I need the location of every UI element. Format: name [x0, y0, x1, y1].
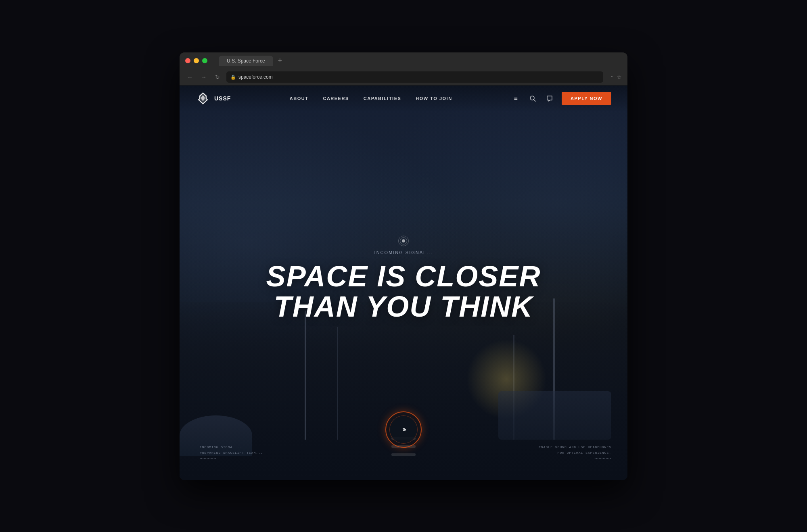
site-logo[interactable]: USSF — [196, 91, 231, 106]
tower-center-left — [337, 327, 338, 440]
hud-right-line1: ENABLE SOUND AND USE HEADPHONES — [539, 444, 611, 450]
apply-now-button[interactable]: APPLY NOW — [562, 92, 611, 105]
back-button[interactable]: ← — [185, 72, 195, 82]
ussf-logo-svg — [197, 92, 209, 104]
hud-right: ENABLE SOUND AND USE HEADPHONES FOR OPTI… — [539, 444, 611, 460]
signal-dot — [402, 239, 405, 242]
hud-left-line2: PREPARING SPACELIFT TEAM... — [200, 450, 263, 456]
new-tab-button[interactable]: + — [275, 56, 285, 66]
site-content: USSF ABOUT CAREERS CAPABILITIES HOW TO J… — [180, 86, 627, 480]
cta-button[interactable]: ››› — [385, 411, 422, 448]
hero-content: INCOMING SIGNAL... SPACE IS CLOSER THAN … — [262, 235, 545, 334]
share-button[interactable]: ↑ — [610, 74, 613, 80]
site-nav: USSF ABOUT CAREERS CAPABILITIES HOW TO J… — [180, 86, 627, 112]
chevrons-icon: ››› — [402, 425, 405, 434]
hud-right-dots: •••••••••••• — [539, 457, 611, 460]
hud-left: INCOMING SIGNAL... PREPARING SPACELIFT T… — [200, 444, 263, 460]
cta-ring-inner: ››› — [389, 415, 418, 444]
maximize-button[interactable] — [202, 58, 207, 63]
menu-bars-icon[interactable]: ≡ — [511, 94, 521, 103]
browser-window: U.S. Space Force + ← → ↻ 🔒 spaceforce.co… — [180, 52, 627, 480]
nav-about[interactable]: ABOUT — [290, 96, 309, 101]
hud-left-dots: •••••••••••• — [200, 457, 263, 460]
cta-ring-outer: ››› — [385, 411, 422, 448]
nav-actions: ≡ APPLY NOW — [511, 92, 611, 105]
title-bar: U.S. Space Force + — [180, 52, 627, 69]
nav-how-to-join[interactable]: HOW TO JOIN — [416, 96, 452, 101]
browser-actions: ↑ ☆ — [610, 74, 622, 80]
minimize-button[interactable] — [194, 58, 199, 63]
hud-left-line1: INCOMING SIGNAL... — [200, 444, 263, 450]
incoming-signal-label: INCOMING SIGNAL... — [262, 250, 545, 255]
lock-icon: 🔒 — [230, 75, 236, 80]
url-bar[interactable]: 🔒 spaceforce.com — [226, 71, 603, 83]
hero-title-line1: SPACE IS CLOSER — [262, 261, 545, 292]
hero-title-line2: THAN YOU THINK — [262, 292, 545, 322]
svg-line-4 — [534, 100, 535, 101]
reload-button[interactable]: ↻ — [213, 72, 222, 82]
hero-title: SPACE IS CLOSER THAN YOU THINK — [262, 261, 545, 322]
nav-careers[interactable]: CAREERS — [323, 96, 349, 101]
address-bar: ← → ↻ 🔒 spaceforce.com ↑ ☆ — [180, 69, 627, 86]
forward-button[interactable]: → — [199, 72, 209, 82]
dome-right — [498, 391, 611, 440]
nav-links: ABOUT CAREERS CAPABILITIES HOW TO JOIN — [290, 96, 452, 101]
chat-icon[interactable] — [545, 94, 554, 103]
close-button[interactable] — [185, 58, 190, 63]
tab-title: U.S. Space Force — [227, 58, 265, 64]
tab-bar: U.S. Space Force + — [219, 56, 622, 66]
bookmark-button[interactable]: ☆ — [617, 74, 622, 80]
url-text: spaceforce.com — [238, 74, 273, 80]
runway-stripe-3 — [391, 453, 416, 456]
logo-text: USSF — [214, 95, 231, 102]
active-tab[interactable]: U.S. Space Force — [219, 56, 273, 66]
hud-right-line2: FOR OPTIMAL EXPERIENCE. — [539, 450, 611, 456]
search-icon[interactable] — [528, 94, 537, 103]
logo-icon — [196, 91, 210, 106]
signal-icon — [397, 235, 410, 247]
nav-capabilities[interactable]: CAPABILITIES — [364, 96, 401, 101]
